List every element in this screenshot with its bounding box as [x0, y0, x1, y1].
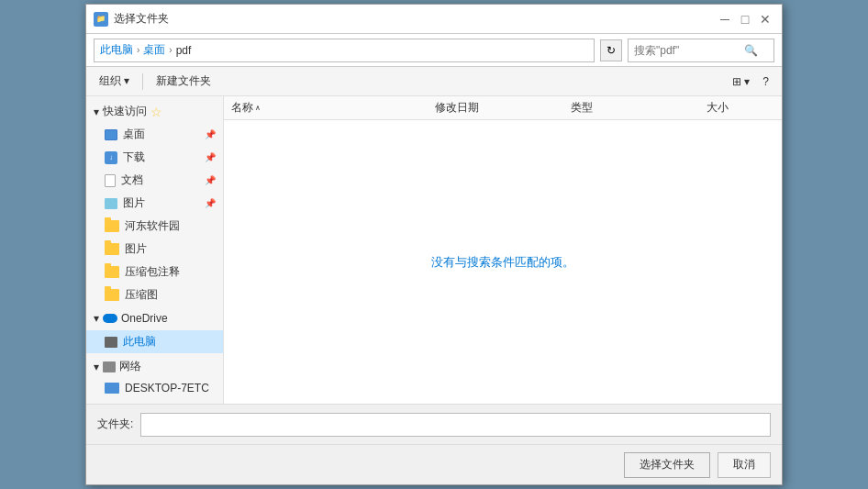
title-bar: 📁 选择文件夹 ─ □ ✕: [86, 5, 782, 34]
sidebar-item-zip-label: 压缩图: [125, 287, 158, 303]
sidebar-item-zip-comment[interactable]: 压缩包注释: [86, 261, 223, 283]
sidebar-item-pictures-label: 图片: [123, 195, 145, 211]
view-icon: ⊞ ▾: [732, 75, 750, 88]
folder-tupian-icon: [105, 243, 119, 255]
sidebar-item-zip-comment-label: 压缩包注释: [125, 264, 180, 280]
sidebar-item-pictures[interactable]: 图片 📌: [86, 192, 223, 215]
pin-icon-pictures: 📌: [205, 198, 216, 208]
sidebar-item-download-label: 下载: [123, 150, 145, 165]
folder-input[interactable]: [140, 413, 771, 437]
title-bar-left: 📁 选择文件夹: [94, 11, 169, 27]
empty-message: 没有与搜索条件匹配的项。: [224, 120, 782, 404]
sidebar-item-desktop-label: 桌面: [123, 127, 145, 142]
select-folder-button[interactable]: 选择文件夹: [624, 452, 710, 478]
folder-label: 文件夹:: [97, 417, 133, 432]
dialog-title: 选择文件夹: [114, 11, 169, 27]
sort-size-button[interactable]: 大小: [707, 100, 729, 116]
window-controls: ─ □ ✕: [716, 10, 774, 28]
desktop-icon: [105, 129, 117, 140]
col-size-header[interactable]: 大小: [707, 100, 774, 116]
action-bar: 选择文件夹 取消: [86, 444, 782, 484]
col-type-header[interactable]: 类型: [571, 100, 707, 116]
main-area: ▾ 快速访问 ☆ 桌面 📌 ↓ 下载 📌 文档 📌: [86, 96, 782, 404]
sidebar-item-zip[interactable]: 压缩图: [86, 283, 223, 306]
sidebar-item-tupian[interactable]: 图片: [86, 238, 223, 261]
download-icon: ↓: [105, 151, 117, 164]
sidebar: ▾ 快速访问 ☆ 桌面 📌 ↓ 下载 📌 文档 📌: [86, 96, 224, 404]
bottom-bar: 文件夹:: [86, 404, 782, 444]
quick-access-label: 快速访问: [103, 104, 147, 119]
maximize-button[interactable]: □: [736, 10, 754, 28]
network-icon: [103, 361, 116, 372]
folder-zip-comment-icon: [105, 266, 119, 278]
column-headers: 名称 ∧ 修改日期 类型 大小: [224, 96, 782, 120]
breadcrumb-desktop[interactable]: 桌面: [143, 42, 165, 58]
folder-zip-icon: [105, 289, 119, 301]
onedrive-icon: [103, 314, 117, 323]
refresh-button[interactable]: ↻: [600, 39, 622, 61]
desktop-computer-label: DESKTOP-7ETC: [125, 382, 209, 395]
doc-icon: [105, 174, 116, 187]
network-arrow: ▾: [94, 361, 99, 373]
onedrive-label: OneDrive: [121, 312, 168, 325]
sidebar-item-download[interactable]: ↓ 下载 📌: [86, 146, 223, 169]
onedrive-header[interactable]: ▾ OneDrive: [86, 308, 223, 328]
quick-access-section: ▾ 快速访问 ☆ 桌面 📌 ↓ 下载 📌 文档 📌: [86, 100, 223, 306]
sort-arrow-name: ∧: [255, 104, 261, 112]
toolbar-view-area: ⊞ ▾ ?: [727, 73, 774, 90]
dialog-icon: 📁: [94, 12, 108, 27]
sidebar-item-desktop[interactable]: 桌面 📌: [86, 123, 223, 146]
breadcrumb-sep-1: ›: [137, 45, 139, 55]
address-bar: 此电脑 › 桌面 › pdf ↻ 🔍: [86, 34, 782, 67]
this-pc-label: 此电脑: [123, 334, 156, 350]
sidebar-item-desktop-computer[interactable]: DESKTOP-7ETC: [86, 378, 223, 398]
cancel-button[interactable]: 取消: [718, 452, 771, 478]
col-name-header[interactable]: 名称 ∧: [231, 100, 435, 116]
quick-access-star: ☆: [150, 105, 162, 119]
file-picker-dialog: 📁 选择文件夹 ─ □ ✕ 此电脑 › 桌面 › pdf ↻ 🔍 组织 ▾ 新建…: [85, 4, 783, 485]
sidebar-item-hedong-label: 河东软件园: [125, 218, 180, 234]
close-button[interactable]: ✕: [756, 10, 774, 28]
breadcrumb-sep-2: ›: [169, 45, 172, 55]
quick-access-header[interactable]: ▾ 快速访问 ☆: [86, 100, 223, 123]
computer-icon: [105, 383, 119, 394]
new-folder-button[interactable]: 新建文件夹: [150, 72, 217, 91]
network-label: 网络: [119, 359, 141, 374]
help-button[interactable]: ?: [757, 73, 774, 90]
pc-icon: [105, 337, 117, 348]
search-box: 🔍: [628, 39, 774, 62]
pin-icon-docs: 📌: [205, 175, 216, 185]
sidebar-item-docs-label: 文档: [121, 172, 143, 188]
onedrive-section: ▾ OneDrive: [86, 308, 223, 328]
breadcrumb-area[interactable]: 此电脑 › 桌面 › pdf: [94, 39, 595, 62]
search-input[interactable]: [634, 44, 744, 57]
minimize-button[interactable]: ─: [716, 10, 734, 28]
network-section: ▾ 网络 DESKTOP-7ETC: [86, 355, 223, 398]
col-date-header[interactable]: 修改日期: [435, 100, 571, 116]
pin-icon-desktop: 📌: [205, 129, 216, 139]
pin-icon-download: 📌: [205, 152, 216, 162]
pic-icon: [105, 198, 117, 209]
breadcrumb-current: pdf: [176, 44, 192, 57]
sidebar-item-hedong[interactable]: 河东软件园: [86, 215, 223, 238]
folder-hedong-icon: [105, 220, 119, 232]
toolbar-separator: [142, 73, 143, 90]
sort-name-button[interactable]: 名称 ∧: [231, 100, 261, 116]
sidebar-item-this-pc[interactable]: 此电脑: [86, 330, 223, 353]
search-icon[interactable]: 🔍: [744, 44, 758, 57]
view-button[interactable]: ⊞ ▾: [727, 73, 755, 90]
quick-access-arrow: ▾: [94, 106, 99, 118]
content-area: 名称 ∧ 修改日期 类型 大小: [224, 96, 782, 404]
onedrive-arrow: ▾: [94, 312, 99, 325]
sidebar-item-tupian-label: 图片: [125, 241, 147, 257]
sidebar-item-docs[interactable]: 文档 📌: [86, 169, 223, 192]
sort-date-button[interactable]: 修改日期: [435, 100, 479, 116]
organize-button[interactable]: 组织 ▾: [94, 72, 135, 91]
toolbar: 组织 ▾ 新建文件夹 ⊞ ▾ ?: [86, 67, 782, 96]
breadcrumb-computer[interactable]: 此电脑: [100, 42, 133, 58]
sort-type-button[interactable]: 类型: [571, 100, 593, 116]
network-header[interactable]: ▾ 网络: [86, 355, 223, 378]
this-pc-section: 此电脑: [86, 330, 223, 353]
